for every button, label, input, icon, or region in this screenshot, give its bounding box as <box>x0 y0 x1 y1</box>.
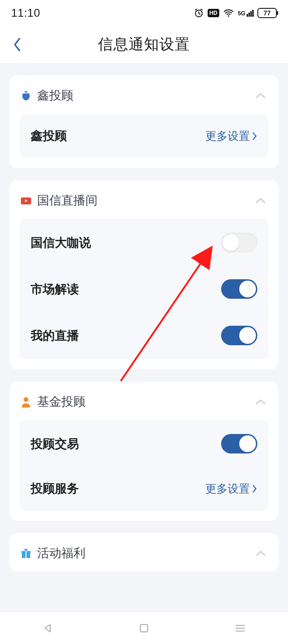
row-tougu-jiaoyi: 投顾交易 <box>20 420 268 467</box>
nav-back-button[interactable] <box>39 619 57 637</box>
row-shichang-jiedu: 市场解读 <box>20 266 268 313</box>
row-xintougu-more[interactable]: 鑫投顾 更多设置 <box>20 114 268 158</box>
row-label: 鑫投顾 <box>31 128 67 144</box>
person-icon <box>20 396 32 407</box>
chevron-left-icon <box>13 37 22 53</box>
section-fund-tougu: 基金投顾 投顾交易 投顾服务 更多设置 <box>9 381 279 521</box>
chevron-up-icon <box>254 395 268 409</box>
row-wode-zhibo: 我的直播 <box>20 313 268 359</box>
row-guoxin-dakashow: 国信大咖说 <box>20 219 268 266</box>
chevron-up-icon <box>254 546 268 560</box>
section-title: 国信直播间 <box>37 192 254 209</box>
section-title: 基金投顾 <box>37 394 254 410</box>
svg-point-3 <box>24 397 28 402</box>
network-icon: 5G <box>238 10 254 17</box>
video-icon <box>20 195 32 206</box>
more-settings-text: 更多设置 <box>205 481 250 496</box>
wifi-icon <box>223 8 234 18</box>
section-header[interactable]: 国信直播间 <box>9 180 279 219</box>
more-settings-link[interactable]: 更多设置 <box>205 129 257 144</box>
svg-rect-6 <box>26 551 26 558</box>
section-body: 国信大咖说 市场解读 我的直播 <box>20 219 268 359</box>
chevron-right-icon <box>252 484 257 493</box>
section-body: 投顾交易 投顾服务 更多设置 <box>20 420 268 511</box>
menu-recent-icon <box>235 624 245 632</box>
row-label: 投顾服务 <box>31 480 79 497</box>
section-header[interactable]: 活动福利 <box>9 533 279 572</box>
section-title: 鑫投顾 <box>37 87 254 104</box>
back-button[interactable] <box>8 35 27 54</box>
triangle-back-icon <box>43 623 53 633</box>
section-header[interactable]: 鑫投顾 <box>9 75 279 114</box>
page-title: 信息通知设置 <box>0 34 288 55</box>
toggle-wode-zhibo[interactable] <box>221 326 257 345</box>
section-body: 鑫投顾 更多设置 <box>20 114 268 158</box>
status-icons: HD 5G 77 <box>194 8 277 18</box>
system-navbar <box>0 611 288 644</box>
status-bar: 11:10 HD 5G 77 <box>0 0 288 26</box>
svg-point-1 <box>228 15 229 17</box>
section-guoxin-live: 国信直播间 国信大咖说 市场解读 我的直播 <box>9 180 279 369</box>
status-time: 11:10 <box>11 7 40 20</box>
hd-icon: HD <box>208 9 219 17</box>
alarm-icon <box>194 8 204 18</box>
more-settings-link[interactable]: 更多设置 <box>205 481 257 496</box>
content: 鑫投顾 鑫投顾 更多设置 国信直播间 <box>0 63 288 611</box>
toggle-tougu-jiaoyi[interactable] <box>221 434 257 453</box>
chevron-right-icon <box>252 131 257 141</box>
chevron-up-icon <box>254 194 268 208</box>
row-label: 投顾交易 <box>31 436 79 452</box>
section-huodong-fuli: 活动福利 <box>9 533 279 572</box>
section-xintougu: 鑫投顾 鑫投顾 更多设置 <box>9 75 279 168</box>
nav-home-button[interactable] <box>135 619 153 637</box>
chevron-up-icon <box>254 89 268 103</box>
more-settings-text: 更多设置 <box>205 129 250 144</box>
toggle-guoxin-dakashow[interactable] <box>221 233 257 252</box>
toggle-shichang-jiedu[interactable] <box>221 279 257 299</box>
section-title: 活动福利 <box>37 545 254 561</box>
row-label: 我的直播 <box>31 328 79 344</box>
row-tougu-fuwu-more[interactable]: 投顾服务 更多设置 <box>20 467 268 511</box>
gift-icon <box>20 548 32 559</box>
header: 信息通知设置 <box>0 26 288 63</box>
square-home-icon <box>139 624 149 633</box>
bag-icon <box>20 90 32 101</box>
row-label: 国信大咖说 <box>31 235 91 251</box>
svg-rect-8 <box>140 624 148 632</box>
row-label: 市场解读 <box>31 281 79 297</box>
section-header[interactable]: 基金投顾 <box>9 381 279 420</box>
battery-icon: 77 <box>257 8 277 18</box>
nav-recent-button[interactable] <box>231 619 249 637</box>
